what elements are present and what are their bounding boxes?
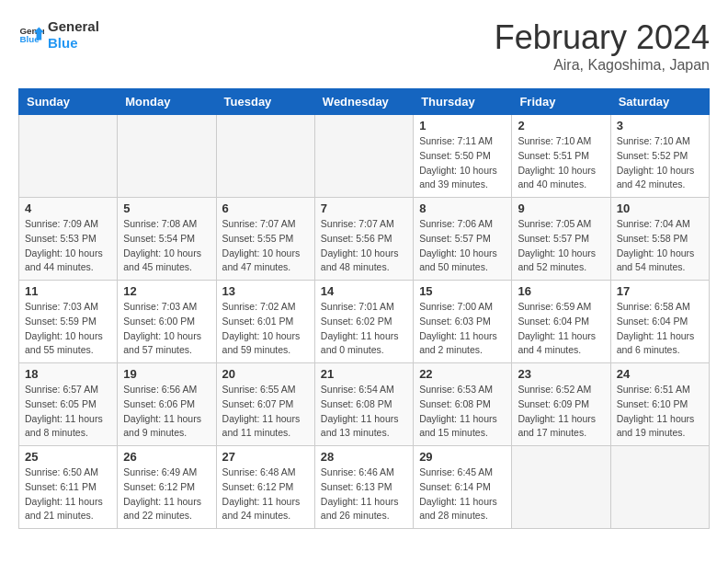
- day-number: 22: [419, 367, 506, 381]
- empty-cell: [216, 115, 314, 198]
- day-info: Sunrise: 7:09 AM Sunset: 5:53 PM Dayligh…: [25, 217, 111, 275]
- day-info: Sunrise: 7:07 AM Sunset: 5:55 PM Dayligh…: [222, 217, 309, 275]
- location-subtitle: Aira, Kagoshima, Japan: [495, 57, 710, 74]
- week-row-5: 25Sunrise: 6:50 AM Sunset: 6:11 PM Dayli…: [19, 446, 710, 529]
- day-number: 21: [321, 367, 407, 381]
- day-cell-17: 17Sunrise: 6:58 AM Sunset: 6:04 PM Dayli…: [610, 281, 709, 363]
- day-cell-22: 22Sunrise: 6:53 AM Sunset: 6:08 PM Dayli…: [414, 363, 512, 446]
- day-number: 29: [419, 450, 506, 464]
- day-cell-3: 3Sunrise: 7:10 AM Sunset: 5:52 PM Daylig…: [610, 115, 709, 198]
- day-number: 28: [321, 450, 407, 464]
- day-cell-5: 5Sunrise: 7:08 AM Sunset: 5:54 PM Daylig…: [118, 198, 216, 281]
- day-number: 27: [222, 450, 309, 464]
- day-cell-27: 27Sunrise: 6:48 AM Sunset: 6:12 PM Dayli…: [216, 446, 314, 529]
- day-cell-28: 28Sunrise: 6:46 AM Sunset: 6:13 PM Dayli…: [314, 446, 413, 529]
- weekday-header-thursday: Thursday: [414, 89, 512, 115]
- day-number: 10: [617, 201, 703, 215]
- day-number: 19: [123, 367, 210, 381]
- day-info: Sunrise: 7:11 AM Sunset: 5:50 PM Dayligh…: [419, 134, 506, 192]
- day-info: Sunrise: 6:57 AM Sunset: 6:05 PM Dayligh…: [25, 383, 111, 441]
- week-row-1: 1Sunrise: 7:11 AM Sunset: 5:50 PM Daylig…: [19, 115, 710, 198]
- day-info: Sunrise: 6:56 AM Sunset: 6:06 PM Dayligh…: [123, 383, 210, 441]
- day-number: 6: [222, 201, 309, 215]
- empty-cell: [19, 115, 118, 198]
- day-cell-25: 25Sunrise: 6:50 AM Sunset: 6:11 PM Dayli…: [19, 446, 118, 529]
- logo-general: General: [48, 18, 99, 35]
- day-info: Sunrise: 6:46 AM Sunset: 6:13 PM Dayligh…: [321, 465, 407, 523]
- day-number: 12: [123, 284, 210, 298]
- logo: General Blue General Blue: [18, 18, 99, 52]
- day-cell-7: 7Sunrise: 7:07 AM Sunset: 5:56 PM Daylig…: [314, 198, 413, 281]
- day-info: Sunrise: 6:55 AM Sunset: 6:07 PM Dayligh…: [222, 383, 309, 441]
- day-number: 24: [617, 367, 703, 381]
- day-cell-19: 19Sunrise: 6:56 AM Sunset: 6:06 PM Dayli…: [118, 363, 216, 446]
- day-number: 14: [321, 284, 407, 298]
- day-cell-8: 8Sunrise: 7:06 AM Sunset: 5:57 PM Daylig…: [414, 198, 512, 281]
- day-number: 16: [518, 284, 604, 298]
- day-number: 8: [419, 201, 506, 215]
- weekday-header-monday: Monday: [118, 89, 216, 115]
- week-row-3: 11Sunrise: 7:03 AM Sunset: 5:59 PM Dayli…: [19, 281, 710, 363]
- weekday-header-row: SundayMondayTuesdayWednesdayThursdayFrid…: [19, 89, 710, 115]
- day-number: 5: [123, 201, 210, 215]
- day-info: Sunrise: 7:01 AM Sunset: 6:02 PM Dayligh…: [321, 300, 407, 358]
- calendar-table: SundayMondayTuesdayWednesdayThursdayFrid…: [18, 88, 710, 529]
- weekday-header-tuesday: Tuesday: [216, 89, 314, 115]
- day-cell-14: 14Sunrise: 7:01 AM Sunset: 6:02 PM Dayli…: [314, 281, 413, 363]
- day-info: Sunrise: 6:48 AM Sunset: 6:12 PM Dayligh…: [222, 465, 309, 523]
- day-number: 25: [25, 450, 111, 464]
- day-cell-18: 18Sunrise: 6:57 AM Sunset: 6:05 PM Dayli…: [19, 363, 118, 446]
- logo-blue: Blue: [48, 35, 99, 52]
- day-info: Sunrise: 7:04 AM Sunset: 5:58 PM Dayligh…: [617, 217, 703, 275]
- day-number: 9: [518, 201, 604, 215]
- day-info: Sunrise: 7:03 AM Sunset: 5:59 PM Dayligh…: [25, 300, 111, 358]
- day-info: Sunrise: 7:03 AM Sunset: 6:00 PM Dayligh…: [123, 300, 210, 358]
- header: General Blue General Blue February 2024 …: [18, 18, 710, 74]
- day-cell-10: 10Sunrise: 7:04 AM Sunset: 5:58 PM Dayli…: [610, 198, 709, 281]
- day-cell-2: 2Sunrise: 7:10 AM Sunset: 5:51 PM Daylig…: [512, 115, 610, 198]
- day-cell-29: 29Sunrise: 6:45 AM Sunset: 6:14 PM Dayli…: [414, 446, 512, 529]
- day-info: Sunrise: 6:59 AM Sunset: 6:04 PM Dayligh…: [518, 300, 604, 358]
- day-number: 17: [617, 284, 703, 298]
- empty-cell: [118, 115, 216, 198]
- day-number: 4: [25, 201, 111, 215]
- day-info: Sunrise: 7:06 AM Sunset: 5:57 PM Dayligh…: [419, 217, 506, 275]
- day-info: Sunrise: 7:10 AM Sunset: 5:51 PM Dayligh…: [518, 134, 604, 192]
- empty-cell: [314, 115, 413, 198]
- day-info: Sunrise: 6:51 AM Sunset: 6:10 PM Dayligh…: [617, 383, 703, 441]
- day-info: Sunrise: 7:10 AM Sunset: 5:52 PM Dayligh…: [617, 134, 703, 192]
- logo-icon: General Blue: [18, 22, 44, 48]
- day-number: 7: [321, 201, 407, 215]
- empty-cell: [610, 446, 709, 529]
- day-number: 13: [222, 284, 309, 298]
- day-info: Sunrise: 7:08 AM Sunset: 5:54 PM Dayligh…: [123, 217, 210, 275]
- day-number: 11: [25, 284, 111, 298]
- day-info: Sunrise: 6:58 AM Sunset: 6:04 PM Dayligh…: [617, 300, 703, 358]
- day-number: 26: [123, 450, 210, 464]
- day-cell-16: 16Sunrise: 6:59 AM Sunset: 6:04 PM Dayli…: [512, 281, 610, 363]
- day-info: Sunrise: 6:49 AM Sunset: 6:12 PM Dayligh…: [123, 465, 210, 523]
- day-info: Sunrise: 7:02 AM Sunset: 6:01 PM Dayligh…: [222, 300, 309, 358]
- day-info: Sunrise: 6:52 AM Sunset: 6:09 PM Dayligh…: [518, 383, 604, 441]
- day-number: 15: [419, 284, 506, 298]
- day-number: 1: [419, 119, 506, 132]
- day-cell-1: 1Sunrise: 7:11 AM Sunset: 5:50 PM Daylig…: [414, 115, 512, 198]
- day-cell-9: 9Sunrise: 7:05 AM Sunset: 5:57 PM Daylig…: [512, 198, 610, 281]
- day-info: Sunrise: 6:50 AM Sunset: 6:11 PM Dayligh…: [25, 465, 111, 523]
- day-number: 2: [518, 119, 604, 132]
- weekday-header-friday: Friday: [512, 89, 610, 115]
- day-cell-12: 12Sunrise: 7:03 AM Sunset: 6:00 PM Dayli…: [118, 281, 216, 363]
- week-row-4: 18Sunrise: 6:57 AM Sunset: 6:05 PM Dayli…: [19, 363, 710, 446]
- day-info: Sunrise: 7:05 AM Sunset: 5:57 PM Dayligh…: [518, 217, 604, 275]
- day-cell-21: 21Sunrise: 6:54 AM Sunset: 6:08 PM Dayli…: [314, 363, 413, 446]
- day-cell-20: 20Sunrise: 6:55 AM Sunset: 6:07 PM Dayli…: [216, 363, 314, 446]
- empty-cell: [512, 446, 610, 529]
- weekday-header-sunday: Sunday: [19, 89, 118, 115]
- day-cell-24: 24Sunrise: 6:51 AM Sunset: 6:10 PM Dayli…: [610, 363, 709, 446]
- day-number: 20: [222, 367, 309, 381]
- day-number: 3: [617, 119, 703, 132]
- weekday-header-wednesday: Wednesday: [314, 89, 413, 115]
- day-cell-23: 23Sunrise: 6:52 AM Sunset: 6:09 PM Dayli…: [512, 363, 610, 446]
- week-row-2: 4Sunrise: 7:09 AM Sunset: 5:53 PM Daylig…: [19, 198, 710, 281]
- day-cell-11: 11Sunrise: 7:03 AM Sunset: 5:59 PM Dayli…: [19, 281, 118, 363]
